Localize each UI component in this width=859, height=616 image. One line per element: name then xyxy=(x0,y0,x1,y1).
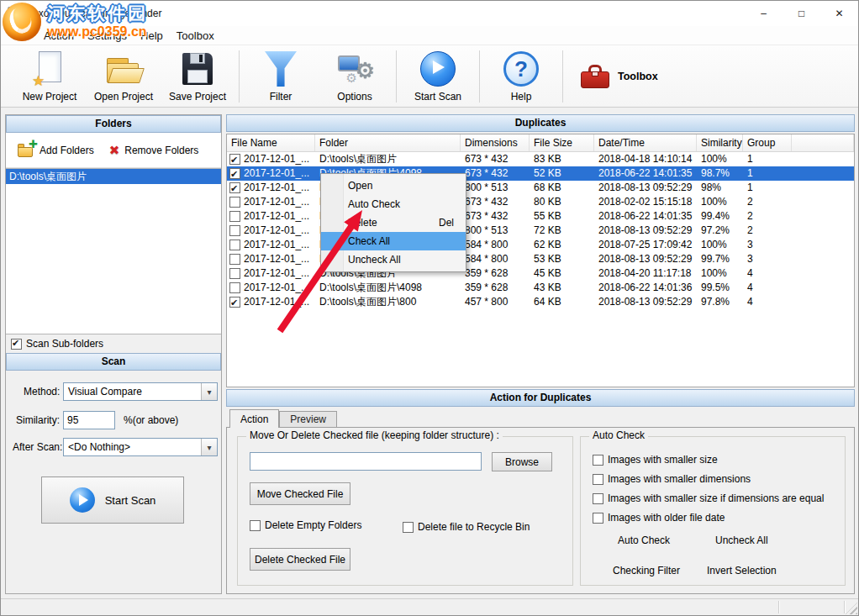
date-time-cell: 2018-08-13 09:52:29 xyxy=(594,295,697,309)
action-tabs: Action Preview xyxy=(226,408,855,427)
file-name-cell: 2017-12-01_... xyxy=(227,209,315,224)
save-project-button[interactable]: Save Project xyxy=(161,48,235,105)
smaller-dimensions-label: Images with smaller dimensions xyxy=(608,473,751,485)
file-name-cell: 2017-12-01_... xyxy=(227,224,315,238)
method-dropdown[interactable]: Visiual Compare xyxy=(63,382,218,401)
row-checkbox[interactable] xyxy=(229,240,240,250)
menu-item-settings[interactable]: Settings xyxy=(81,29,134,42)
close-button[interactable]: ✕ xyxy=(820,1,858,26)
group-cell: 2 xyxy=(743,195,792,209)
smaller-dimensions-checkbox[interactable] xyxy=(593,474,603,485)
filler-cell xyxy=(792,224,854,238)
maximize-button[interactable]: □ xyxy=(783,1,820,26)
file-name-cell: 2017-12-01_... xyxy=(227,152,315,166)
table-row[interactable]: 2017-12-01_... D:\tools\桌面图片\800 457 * 8… xyxy=(227,295,854,309)
menu-shortcut: Del xyxy=(439,213,454,232)
row-checkbox[interactable] xyxy=(229,225,240,236)
filler-cell xyxy=(792,266,854,281)
dimensions-cell: 457 * 800 xyxy=(461,295,530,309)
filter-button[interactable]: Filter xyxy=(244,48,318,105)
delete-empty-folders-checkbox[interactable] xyxy=(250,520,261,531)
after-scan-dropdown[interactable]: <Do Nothing> xyxy=(63,438,218,456)
menu-item-toolbox[interactable]: Toolbox xyxy=(170,29,221,42)
group-cell: 1 xyxy=(743,152,792,166)
tab-preview[interactable]: Preview xyxy=(279,411,337,427)
statusbar xyxy=(1,598,858,615)
menu-item-open[interactable]: Open xyxy=(321,176,466,195)
menu-item-help[interactable]: Help xyxy=(134,29,170,42)
column-header-file-name[interactable]: File Name xyxy=(227,134,315,151)
toolbox-button[interactable]: Toolbox xyxy=(567,48,672,105)
similarity-cell: 97.2% xyxy=(697,224,743,238)
uncheck-all-button[interactable]: Uncheck All xyxy=(715,534,768,546)
table-row[interactable]: 2017-12-01_... D:\tools\桌面图片\4098 359 * … xyxy=(227,281,854,295)
date-time-cell: 2018-04-18 14:10:14 xyxy=(594,152,697,166)
folder-list-item[interactable]: D:\tools\桌面图片 xyxy=(6,169,221,184)
new-project-button[interactable]: ★ New Project xyxy=(13,48,87,105)
table-row[interactable]: 2017-12-01_... D:\tools\桌面图片 673 * 432 8… xyxy=(227,152,854,166)
menu-item-auto-check[interactable]: Auto Check xyxy=(321,195,466,213)
column-header-date-time[interactable]: Date/Time xyxy=(594,134,697,151)
delete-to-recycle-checkbox[interactable] xyxy=(403,522,414,533)
column-header-similarity[interactable]: Similarity xyxy=(697,134,743,151)
minimize-button[interactable]: – xyxy=(745,1,783,26)
folder-cell: D:\tools\桌面图片\4098 xyxy=(315,281,461,295)
delete-checked-file-button[interactable]: Delete Checked File xyxy=(250,548,350,571)
menu-item-check-all[interactable]: Check All xyxy=(321,232,466,250)
file-name-cell: 2017-12-01_... xyxy=(227,252,315,266)
scan-subfolders-row: Scan Sub-folders xyxy=(6,334,221,353)
options-button[interactable]: ⚙⚙ Options xyxy=(318,48,392,105)
window-title: Boxoft Duplicate Image Finder xyxy=(26,8,161,19)
toolbar-button-label: Start Scan xyxy=(414,91,461,103)
add-folders-button[interactable]: ✚ Add Folders xyxy=(18,143,94,157)
row-checkbox[interactable] xyxy=(229,197,240,208)
delete-empty-folders-label: Delete Empty Folders xyxy=(265,519,361,531)
row-checkbox[interactable] xyxy=(229,268,240,279)
row-checkbox[interactable] xyxy=(229,297,240,308)
group-cell: 4 xyxy=(743,281,792,295)
row-checkbox[interactable] xyxy=(229,211,240,222)
start-scan-button[interactable]: Start Scan xyxy=(41,476,184,524)
filler-cell xyxy=(792,195,854,209)
row-checkbox[interactable] xyxy=(229,154,240,165)
dimensions-cell: 584 * 800 xyxy=(461,238,530,252)
smaller-size-checkbox[interactable] xyxy=(593,455,603,466)
column-header-folder[interactable]: Folder xyxy=(315,134,461,151)
filler-cell xyxy=(792,252,854,266)
start-scan-toolbar-button[interactable]: Start Scan xyxy=(401,48,475,105)
remove-folders-button[interactable]: ✖ Remove Folders xyxy=(109,144,199,156)
file-name-cell: 2017-12-01_... xyxy=(227,295,315,309)
older-file-date-checkbox[interactable] xyxy=(593,513,603,524)
column-header-group[interactable]: Group xyxy=(743,134,792,151)
menu-item-file[interactable]: File xyxy=(6,29,37,42)
file-size-cell: 72 KB xyxy=(530,224,594,238)
row-checkbox[interactable] xyxy=(229,282,240,293)
row-checkbox[interactable] xyxy=(229,168,240,179)
invert-selection-button[interactable]: Invert Selection xyxy=(707,565,777,577)
start-scan-icon xyxy=(419,50,457,88)
auto-check-button[interactable]: Auto Check xyxy=(618,534,670,546)
toolbar-button-label: Options xyxy=(337,91,372,103)
menu-item-delete[interactable]: DeleteDel xyxy=(321,213,466,232)
column-header-file-size[interactable]: File Size xyxy=(530,134,594,151)
tab-action[interactable]: Action xyxy=(229,409,279,428)
menu-item-action[interactable]: Action xyxy=(37,29,81,42)
menu-item-uncheck-all[interactable]: Uncheck All xyxy=(321,250,466,269)
move-path-input[interactable] xyxy=(250,452,482,471)
browse-button[interactable]: Browse xyxy=(492,452,552,471)
help-button[interactable]: ? Help xyxy=(484,48,558,105)
auto-check-option-row: Images with smaller size if dimensions a… xyxy=(593,492,824,504)
date-time-cell: 2018-07-25 17:09:42 xyxy=(594,238,697,252)
similarity-input[interactable] xyxy=(63,411,115,429)
resize-grip[interactable] xyxy=(846,603,857,614)
checking-filter-button[interactable]: Checking Filter xyxy=(613,565,680,577)
open-project-button[interactable]: Open Project xyxy=(87,48,161,105)
move-checked-file-button[interactable]: Move Checked File xyxy=(250,482,350,505)
file-size-cell: 55 KB xyxy=(530,209,594,224)
scan-subfolders-checkbox[interactable] xyxy=(11,339,22,350)
column-header-dimensions[interactable]: Dimensions xyxy=(461,134,530,151)
smaller-size-equal-dims-checkbox[interactable] xyxy=(593,493,603,504)
row-checkbox[interactable] xyxy=(229,254,240,265)
row-checkbox[interactable] xyxy=(229,182,240,193)
file-name-cell: 2017-12-01_... xyxy=(227,281,315,295)
